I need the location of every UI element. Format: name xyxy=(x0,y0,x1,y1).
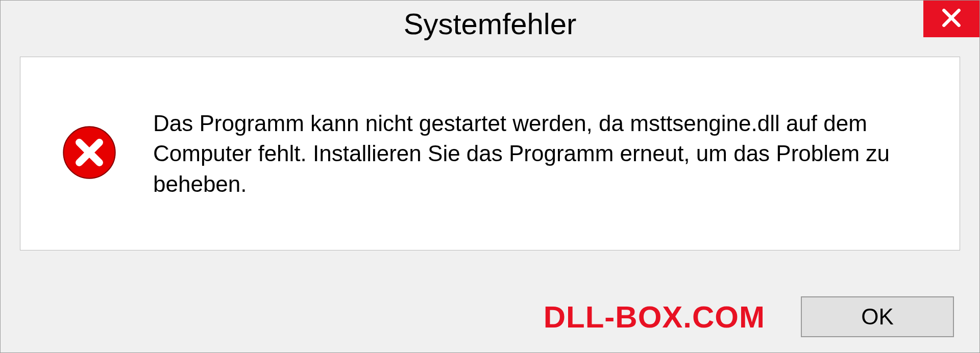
close-button[interactable] xyxy=(923,1,979,37)
message-panel: Das Programm kann nicht gestartet werden… xyxy=(20,57,960,250)
error-dialog: Systemfehler Das Programm kann nicht ges… xyxy=(0,0,980,353)
error-icon xyxy=(61,124,117,183)
close-icon xyxy=(940,7,963,31)
dialog-footer: DLL-BOX.COM OK xyxy=(1,281,979,352)
watermark-text: DLL-BOX.COM xyxy=(544,299,765,335)
error-message: Das Programm kann nicht gestartet werden… xyxy=(153,108,929,199)
content-area: Das Programm kann nicht gestartet werden… xyxy=(1,46,979,281)
dialog-title: Systemfehler xyxy=(1,7,979,41)
ok-button[interactable]: OK xyxy=(801,296,954,337)
titlebar: Systemfehler xyxy=(1,1,979,46)
